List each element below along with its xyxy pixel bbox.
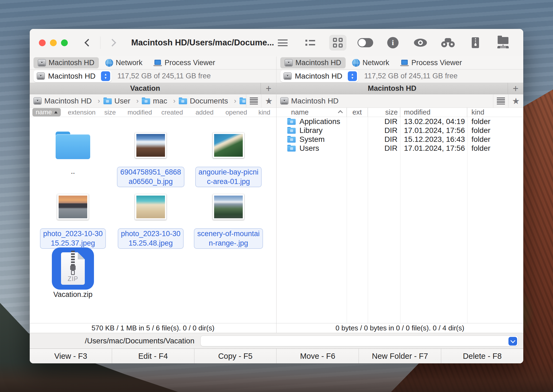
file-size: DIR — [368, 126, 400, 135]
network-button[interactable] — [494, 35, 512, 51]
function-button[interactable]: View - F3 — [30, 349, 112, 363]
full-view-button[interactable] — [274, 35, 291, 51]
device-tab[interactable]: Network — [348, 57, 394, 68]
zoom-button[interactable] — [61, 39, 68, 46]
folder-icon — [287, 118, 296, 125]
command-input[interactable] — [200, 336, 518, 346]
archive-button[interactable] — [467, 35, 484, 51]
column-header[interactable]: created — [155, 109, 189, 116]
column-header[interactable]: size — [96, 109, 124, 116]
drive-select[interactable]: Macintosh HD ▲▼ — [33, 70, 112, 82]
file-name: Library — [299, 126, 323, 135]
drive-selector-right: Macintosh HD ▲▼ 117,52 GB of 245,11 GB f… — [276, 69, 523, 83]
column-header[interactable]: name — [30, 108, 68, 116]
function-button[interactable]: Copy - F5 — [194, 349, 277, 363]
pane-tab-strip: Vacation — [30, 83, 276, 94]
column-header[interactable]: modified — [124, 109, 155, 116]
device-tab[interactable]: Process Viewer — [149, 57, 220, 68]
back-icon[interactable] — [85, 39, 92, 46]
file-item[interactable]: .. — [34, 126, 112, 188]
file-name: System — [299, 135, 325, 144]
table-row[interactable]: Library DIR 17.01.2024, 17:56 folder — [276, 126, 523, 135]
column-header[interactable]: added — [189, 109, 220, 116]
search-button[interactable] — [439, 35, 457, 51]
drive-select[interactable]: Macintosh HD ▲▼ — [280, 70, 358, 82]
device-tab[interactable]: Network — [101, 57, 147, 68]
breadcrumb-item[interactable]: mac › — [142, 97, 179, 105]
file-name: Vacation.zip — [53, 290, 92, 299]
image-thumbnail — [135, 133, 166, 158]
function-button[interactable]: New Folder - F7 — [359, 349, 441, 363]
history-button[interactable] — [246, 94, 261, 108]
minimize-button[interactable] — [50, 39, 57, 46]
function-button[interactable]: Move - F6 — [276, 349, 359, 363]
breadcrumb: Macintosh HD › User › mac › Docu — [30, 94, 246, 108]
device-icon — [352, 59, 360, 67]
favorites-button[interactable] — [261, 94, 276, 108]
menu-icon — [278, 39, 288, 46]
preview-button[interactable] — [412, 35, 429, 51]
file-item[interactable]: angourie-bay-picnic-area-01.jpg — [190, 126, 267, 188]
wallpaper-foreground — [0, 362, 553, 392]
history-button[interactable] — [493, 94, 508, 108]
favorites-button[interactable] — [508, 94, 523, 108]
pane-tab-title[interactable]: Vacation — [30, 83, 261, 94]
file-kind: folder — [467, 135, 523, 144]
column-header[interactable]: opened — [220, 109, 252, 116]
column-header[interactable]: kind — [252, 109, 276, 116]
column-header[interactable]: size — [368, 108, 400, 117]
info-button[interactable] — [384, 35, 402, 51]
file-item[interactable]: photo_2023-10-3015.25.37.jpeg — [34, 188, 112, 249]
function-key-bar: View - F3Edit - F4Copy - F5Move - F6New … — [30, 349, 523, 363]
column-header[interactable]: kind — [467, 108, 523, 117]
column-header[interactable]: modified — [400, 108, 467, 117]
breadcrumb-label: mac — [153, 97, 167, 105]
column-header[interactable]: ext — [347, 108, 368, 117]
add-tab-button[interactable] — [508, 83, 523, 94]
breadcrumb-separator: › — [173, 97, 176, 105]
drive-stepper[interactable]: ▲▼ — [348, 71, 357, 81]
function-button[interactable]: Delete - F8 — [441, 349, 523, 363]
list-view-button[interactable] — [302, 35, 319, 51]
file-item[interactable]: ZIP Vacation.zip — [34, 249, 112, 311]
device-tab[interactable]: Process Viewer — [396, 57, 466, 68]
close-button[interactable] — [39, 39, 46, 46]
column-header[interactable]: extension — [68, 109, 96, 116]
breadcrumb-item[interactable]: Vacation — [240, 97, 246, 105]
table-row[interactable]: Users DIR 17.01.2024, 17:56 folder — [276, 144, 523, 153]
toggle-button[interactable] — [357, 35, 374, 51]
divider — [100, 36, 100, 49]
breadcrumb-separator: › — [136, 97, 139, 105]
drive-stepper[interactable]: ▲▼ — [101, 71, 110, 81]
file-item[interactable]: scenery-of-mountain-range-.jpg — [190, 188, 267, 249]
titlebar: Macintosh HD/Users/mac/Docume... — [30, 29, 523, 56]
command-history-button[interactable] — [508, 337, 517, 346]
forward-icon[interactable] — [109, 39, 116, 46]
download-button[interactable] — [522, 35, 523, 51]
device-icon — [285, 59, 293, 66]
breadcrumb-icon — [103, 98, 112, 104]
function-button[interactable]: Edit - F4 — [112, 349, 194, 363]
drive-row: Macintosh HD ▲▼ 117,52 GB of 245,11 GB f… — [30, 69, 523, 83]
lines-icon — [497, 98, 505, 105]
add-tab-button[interactable] — [261, 83, 276, 94]
pane-tab-title[interactable]: Macintosh HD — [276, 83, 508, 94]
column-header[interactable]: name — [276, 108, 347, 117]
file-name: angourie-bay-picnic-area-01.jpg — [195, 167, 262, 187]
breadcrumb-item[interactable]: Macintosh HD › — [33, 97, 103, 105]
breadcrumb-label: Documents — [190, 97, 228, 105]
file-item[interactable]: 6904758951_6868a06560_b.jpg — [112, 126, 190, 188]
device-tab[interactable]: Macintosh HD — [280, 57, 346, 68]
table-row[interactable]: System DIR 15.12.2023, 16:43 folder — [276, 135, 523, 144]
disk-icon — [284, 72, 292, 80]
breadcrumb-item[interactable]: Documents › — [179, 97, 240, 105]
network-folder-icon — [497, 37, 509, 48]
file-item[interactable]: photo_2023-10-3015.25.48.jpeg — [112, 188, 190, 249]
table-row[interactable]: Applications DIR 13.02.2024, 04:19 folde… — [276, 117, 523, 126]
breadcrumb-item[interactable]: Macintosh HD — [280, 97, 348, 105]
breadcrumb-item[interactable]: User › — [103, 97, 142, 105]
breadcrumb-icon — [33, 97, 42, 105]
grid-view-button[interactable] — [329, 35, 346, 51]
current-path-label: /Users/mac/Documents/Vacation — [30, 337, 194, 345]
device-tab[interactable]: Macintosh HD — [33, 57, 99, 68]
